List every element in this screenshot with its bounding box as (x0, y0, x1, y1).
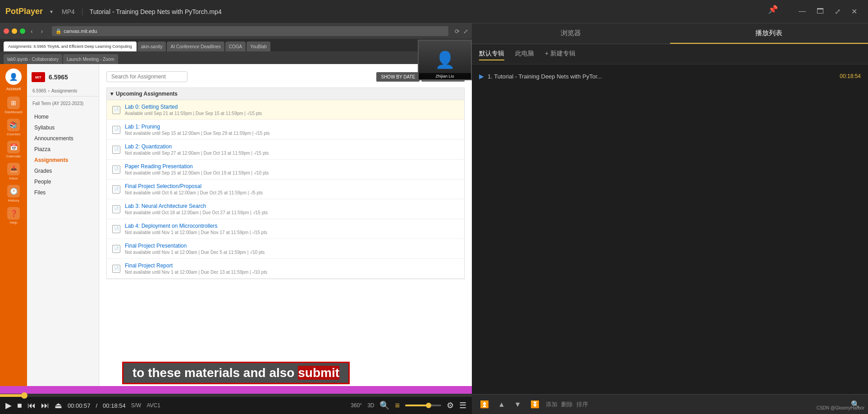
progress-fill (0, 394, 24, 397)
nav-grades[interactable]: Grades (27, 166, 99, 176)
assignment-row[interactable]: 📄 Lab 3: Neural Architecture Search Not … (107, 199, 464, 219)
section-header[interactable]: ▾ Upcoming Assignments (106, 87, 465, 100)
subtab-this-pc[interactable]: 此电脑 (515, 48, 534, 60)
stop-button[interactable]: ■ (17, 401, 22, 410)
resize-button[interactable]: ⤢ (831, 5, 844, 18)
user-avatar[interactable]: 👤 (5, 69, 22, 85)
sidebar-item-inbox[interactable]: 📥 Inbox (7, 163, 20, 180)
rp-up-btn[interactable]: ▲ (495, 399, 508, 410)
close-button[interactable]: ✕ (848, 5, 861, 18)
play-button[interactable]: ▶ (5, 400, 12, 410)
subtitle-icon[interactable]: ≡ (395, 401, 400, 410)
assignment-title: Final Project Report (125, 262, 459, 269)
browser-chrome: ‹ › 🔒 canvas.mit.edu ⟳ ⤢ (0, 23, 472, 39)
assignments-list: 📄 Lab 0: Getting Started Available until… (106, 100, 465, 279)
rp-down-btn[interactable]: ▼ (512, 399, 524, 410)
browser-url-bar[interactable]: 🔒 canvas.mit.edu (52, 26, 448, 36)
browser-maximize-dot[interactable] (20, 28, 25, 34)
rp-bottom-btn[interactable]: ⏬ (528, 398, 542, 410)
assignment-icon: 📄 (112, 185, 120, 193)
minimize-button[interactable]: — (795, 5, 809, 18)
assignment-meta: Not available until Sep 15 at 12:00am | … (125, 131, 459, 136)
search-ctrl-icon[interactable]: 🔍 (379, 400, 389, 410)
browser-back[interactable]: ‹ (28, 28, 36, 35)
menu-icon[interactable]: ☰ (459, 400, 466, 410)
assignment-row[interactable]: 📄 Final Project Selection/Proposal Not a… (107, 179, 464, 199)
watermark: CSDN @GloomyHarbor (817, 405, 864, 410)
assignment-icon: 📄 (112, 146, 120, 154)
pin-icon[interactable]: 📌 (768, 5, 778, 14)
assignment-row[interactable]: 📄 Lab 4: Deployment on Microcontrollers … (107, 219, 464, 239)
browser-minimize-dot[interactable] (12, 28, 17, 34)
sidebar-item-help[interactable]: ❓ Help (7, 207, 20, 225)
assignment-row[interactable]: 📄 Lab 1: Pruning Not available until Sep… (107, 120, 464, 140)
label-3d[interactable]: 3D (367, 402, 374, 409)
tab-aiconf[interactable]: AI Conference Deadlines (167, 41, 224, 51)
tab-browser[interactable]: 浏览器 (472, 23, 670, 44)
show-by-date-button[interactable]: SHOW BY DATE (376, 72, 420, 82)
tab-playlist[interactable]: 播放列表 (670, 23, 868, 44)
nav-piazza[interactable]: Piazza (27, 144, 99, 155)
label-360[interactable]: 360° (351, 402, 362, 409)
nav-files[interactable]: Files (27, 187, 99, 198)
nav-assignments[interactable]: Assignments (27, 155, 99, 166)
assignment-title: Final Project Selection/Proposal (125, 183, 459, 189)
eject-button[interactable]: ⏏ (55, 400, 62, 410)
assignment-row[interactable]: 📄 Final Project Report Not available unt… (107, 259, 464, 279)
right-panel-bottom-controls: ⏫ ▲ ▼ ⏬ 添加 删除 排序 🔍 (472, 394, 868, 414)
progress-bar[interactable] (0, 394, 472, 397)
sidebar-item-history[interactable]: 🕐 History (7, 185, 20, 202)
add-label[interactable]: 添加 (546, 400, 557, 409)
sidebar-dashboard-label: Dashboard (5, 110, 22, 114)
search-input[interactable] (106, 71, 187, 82)
time-separator: / (96, 402, 97, 409)
subtab-default-album[interactable]: 默认专辑 (479, 48, 504, 60)
course-number: 6.5965 (49, 74, 68, 81)
tab-colab[interactable]: lab0.ipynb - Collaboratory (4, 54, 62, 64)
tab-assignments[interactable]: Assignments: 6.5965 TinyML and Efficient… (4, 41, 137, 51)
maximize-button[interactable]: 🗖 (813, 5, 827, 18)
assignment-icon: 📄 (112, 225, 120, 233)
playlist-item-duration: 00:18:54 (840, 73, 861, 79)
sidebar-item-dashboard[interactable]: ⊞ Dashboard (5, 97, 22, 114)
courses-icon: 📚 (7, 119, 20, 131)
tab-youblah[interactable]: YouBlah (247, 41, 270, 51)
subtab-new-album[interactable]: + 新建专辑 (545, 48, 576, 60)
tab-label: lab0.ipynb - Collaboratory (7, 57, 59, 62)
browser-icon-1[interactable]: ⟳ (455, 28, 460, 35)
browser-forward[interactable]: › (38, 28, 46, 35)
right-panel: 浏览器 播放列表 默认专辑 此电脑 + 新建专辑 ▶ 1. Tutorial -… (472, 23, 868, 414)
settings-icon[interactable]: ⚙ (447, 400, 454, 410)
logo-dropdown[interactable]: ▾ (48, 9, 55, 15)
nav-announcements[interactable]: Announcements (27, 133, 99, 144)
assignment-row[interactable]: 📄 Lab 0: Getting Started Available until… (107, 100, 464, 120)
sidebar-item-calendar[interactable]: 📅 Calendar (6, 141, 21, 158)
playlist-item[interactable]: ▶ 1. Tutorial - Training Deep Nets with … (475, 68, 864, 84)
assignment-row[interactable]: 📄 Final Project Presentation Not availab… (107, 239, 464, 259)
assignment-info: Paper Reading Presentation Not available… (125, 163, 459, 175)
assignment-row[interactable]: 📄 Lab 2: Quantization Not available unti… (107, 140, 464, 160)
nav-home[interactable]: Home (27, 111, 99, 122)
assignment-icon: 📄 (112, 166, 120, 174)
prev-button[interactable]: ⏮ (27, 401, 36, 410)
assignment-row[interactable]: 📄 Paper Reading Presentation Not availab… (107, 160, 464, 179)
assignment-info: Lab 2: Quantization Not available until … (125, 143, 459, 156)
browser-icon-2[interactable]: ⤢ (463, 28, 468, 35)
nav-syllabus[interactable]: Syllabus (27, 122, 99, 133)
tab-akin[interactable]: akin-sanity (137, 41, 166, 51)
rp-top-btn[interactable]: ⏫ (477, 398, 492, 410)
tab-coga[interactable]: COGA (225, 41, 246, 51)
browser-close-dot[interactable] (4, 28, 9, 34)
nav-people[interactable]: People (27, 176, 99, 187)
tab-label: Launch Meeting - Zoom (67, 57, 114, 62)
volume-knob[interactable] (426, 403, 431, 408)
volume-bar[interactable] (405, 405, 441, 406)
tab-zoom[interactable]: Launch Meeting - Zoom (63, 54, 118, 64)
next-button[interactable]: ⏭ (41, 401, 49, 410)
sort-label[interactable]: 排序 (576, 400, 588, 409)
sidebar-item-courses[interactable]: 📚 Courses (7, 119, 20, 136)
assignment-meta: Not available until Oct 6 at 12:00am | D… (125, 190, 459, 195)
delete-label[interactable]: 删除 (561, 400, 573, 409)
browser-tabs-2: lab0.ipynb - Collaboratory Launch Meetin… (0, 51, 472, 64)
assignment-meta: Not available until Nov 1 at 12:00am | D… (125, 270, 459, 275)
